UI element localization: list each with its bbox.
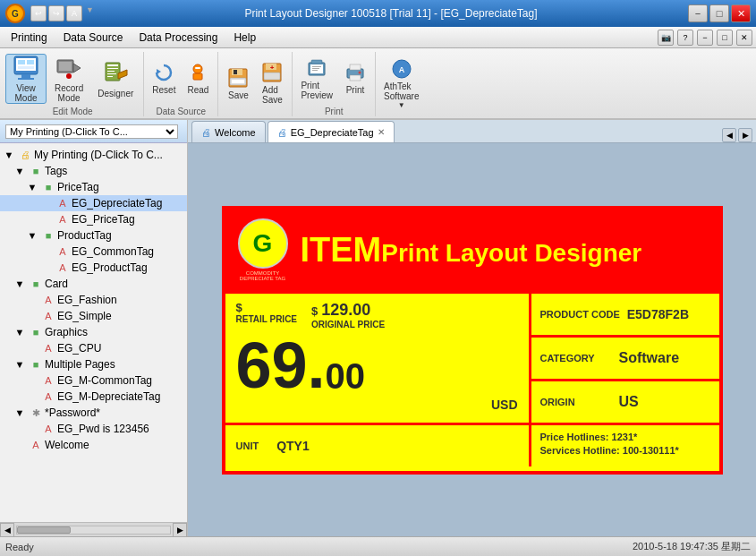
tree-item-graphics[interactable]: ▼ ■ Graphics [0, 324, 187, 340]
athtek-software-button[interactable]: A AthTekSoftware ▼ [379, 58, 423, 108]
tree-item-eg-pricetag[interactable]: ▶ A EG_PriceTag [0, 211, 187, 227]
tag-logo-letter: G [253, 229, 273, 258]
add-save-button[interactable]: + AddSave [256, 58, 288, 108]
file-icon: A [55, 244, 70, 259]
save-button[interactable]: Save [222, 58, 254, 108]
svg-rect-8 [59, 62, 72, 71]
add-save-icon: + [261, 62, 283, 83]
tab-eg-depreciatetag[interactable]: 🖨 EG_DepreciateTag ✕ [268, 121, 395, 142]
scroll-right-button[interactable]: ▶ [173, 523, 187, 537]
tree-item-password[interactable]: ▼ ✱ *Password* [0, 405, 187, 421]
tree-item-pricetag[interactable]: ▼ ■ PriceTag [0, 179, 187, 195]
record-mode-button[interactable]: RecordMode [48, 54, 89, 104]
toolbar-group-data-source: Reset Read Data Source [144, 52, 218, 116]
tag-title-item: ITEM [301, 231, 382, 269]
menu-printing[interactable]: Printing [4, 29, 55, 47]
scroll-left-button[interactable]: ◀ [0, 523, 14, 537]
tree-item-eg-m-commontag[interactable]: ▶ A EG_M-CommonTag [0, 372, 187, 389]
spacer-icon: ▶ [25, 422, 39, 436]
view-mode-button[interactable]: ViewMode [5, 54, 47, 104]
tree-label: My Printing (D-Click To C... [34, 149, 163, 161]
minimize-button[interactable]: − [688, 4, 708, 22]
tab-eg-icon: 🖨 [277, 127, 287, 138]
tab-next-button[interactable]: ▶ [738, 128, 752, 142]
tag-logo-sub: COMMODITY DEPRECIATE TAG [236, 270, 290, 282]
menu-help[interactable]: Help [226, 29, 263, 47]
tree-item-eg-simple[interactable]: ▶ A EG_Simple [0, 308, 187, 324]
sidebar-dropdown[interactable]: My Printing (D-Click To C... [5, 124, 178, 139]
tree-item-eg-commontag[interactable]: ▶ A EG_CommonTag [0, 244, 187, 260]
reset-icon [153, 62, 174, 83]
undo-icon[interactable]: ↩ [30, 5, 47, 21]
category-value: Software [619, 350, 680, 366]
big-price-cents: 00 [326, 358, 366, 394]
tree-item-eg-depreciatetag[interactable]: ▶ A EG_DepreciateTag [0, 195, 187, 211]
producttag-folder-icon: ■ [41, 228, 55, 243]
close-button[interactable]: ✕ [731, 4, 751, 22]
menu-close-icon[interactable]: ✕ [736, 30, 752, 46]
tree-label: EG_CommonTag [72, 245, 154, 258]
print-preview-label: PrintPreview [301, 81, 333, 100]
tree-item-tags[interactable]: ▼ ■ Tags [0, 163, 187, 179]
expand-icon: ▼ [25, 180, 39, 194]
spacer-icon: ▶ [39, 212, 54, 227]
font-icon[interactable]: A [66, 5, 82, 21]
camera-icon[interactable]: 📷 [658, 30, 674, 46]
status-bar: Ready 2010-5-18 19:47:35 星期二 [0, 536, 756, 556]
tree-label: EG_M-DepreciateTag [57, 390, 160, 403]
file-icon: A [55, 212, 70, 227]
print-label: Print [346, 85, 365, 95]
tree-label: EG_Pwd is 123456 [57, 423, 149, 435]
expand-icon: ▼ [13, 357, 27, 372]
print-button[interactable]: Print [339, 54, 371, 104]
svg-rect-33 [312, 66, 321, 67]
svg-rect-29 [264, 73, 280, 80]
tree-item-eg-fashion[interactable]: ▶ A EG_Fashion [0, 292, 187, 308]
tab-welcome[interactable]: 🖨 Welcome [191, 121, 266, 142]
tag-footer-right: Price Hotlines: 1231* Services Hotline: … [531, 425, 719, 467]
sidebar-scrollbar[interactable]: ◀ ▶ [0, 522, 187, 536]
file-icon: A [41, 293, 55, 307]
menu-data-processing[interactable]: Data Processing [132, 29, 225, 47]
redo-icon[interactable]: ↪ [48, 5, 64, 21]
svg-marker-9 [73, 64, 81, 73]
scroll-track [16, 526, 171, 535]
toolbar-group-athtek: A AthTekSoftware ▼ [376, 52, 427, 116]
file-tree: ▼ 🖨 My Printing (D-Click To C... ▼ ■ Tag… [0, 143, 187, 522]
restore-button[interactable]: □ [709, 4, 729, 22]
tree-item-eg-cpu[interactable]: ▶ A EG_CPU [0, 340, 187, 356]
window-title: Print Layout Designer 100518 [Trial 11] … [94, 7, 688, 20]
tab-prev-button[interactable]: ◀ [722, 128, 736, 142]
edit-mode-buttons: ViewMode RecordMode [5, 52, 140, 105]
designer-button[interactable]: Designer [91, 54, 140, 104]
scroll-thumb[interactable] [17, 526, 71, 534]
read-button[interactable]: Read [182, 54, 214, 104]
tab-welcome-icon: 🖨 [201, 127, 211, 138]
unit-label: UNIT [236, 441, 259, 451]
tab-welcome-label: Welcome [215, 127, 256, 138]
tree-item-welcome[interactable]: ▶ A Welcome [0, 437, 187, 453]
print-preview-button[interactable]: PrintPreview [296, 54, 337, 104]
tree-item-producttag[interactable]: ▼ ■ ProductTag [0, 227, 187, 244]
menu-restore-icon[interactable]: □ [717, 30, 733, 46]
expand-icon: ▼ [13, 406, 27, 420]
tabs-bar: 🖨 Welcome 🖨 EG_DepreciateTag ✕ ◀ ▶ [188, 120, 756, 143]
tree-item-multiple-pages[interactable]: ▼ ■ Multiple Pages [0, 356, 187, 372]
tree-item-eg-pwd[interactable]: ▶ A EG_Pwd is 123456 [0, 421, 187, 437]
dropdown-arrow-icon[interactable]: ▼ [86, 5, 94, 21]
tree-label: EG_PriceTag [72, 213, 135, 226]
reset-button[interactable]: Reset [148, 54, 180, 104]
tree-item-card[interactable]: ▼ ■ Card [0, 276, 187, 292]
tree-item-my-printing[interactable]: ▼ 🖨 My Printing (D-Click To C... [0, 147, 187, 163]
svg-rect-5 [21, 74, 30, 78]
menu-minimize-icon[interactable]: − [697, 30, 713, 46]
menu-data-source[interactable]: Data Source [56, 29, 131, 47]
tree-item-eg-m-depreciatetag[interactable]: ▶ A EG_M-DepreciateTag [0, 389, 187, 405]
canvas-area: G COMMODITY DEPRECIATE TAG ITEM Print La… [188, 143, 756, 536]
add-save-label: AddSave [262, 85, 283, 105]
product-code-label: PRODUCT CODE [540, 309, 620, 320]
tab-close-button[interactable]: ✕ [378, 127, 385, 137]
tree-label: Tags [45, 165, 67, 177]
help-icon[interactable]: ? [677, 30, 693, 46]
tree-item-eg-producttag[interactable]: ▶ A EG_ProductTag [0, 260, 187, 276]
